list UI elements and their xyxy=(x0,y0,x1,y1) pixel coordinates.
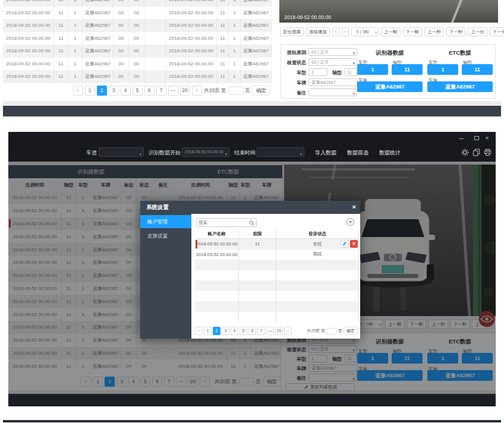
account-row[interactable] xyxy=(195,260,359,270)
prev-second-button[interactable]: 上一秒 xyxy=(424,27,444,36)
dialog-close-button[interactable]: × xyxy=(352,203,356,210)
table-row[interactable]: 2018-09-52 00.00.00111蓝豫A6296700002018-0… xyxy=(3,70,272,83)
table-cell: 1 xyxy=(68,58,83,71)
plate-input[interactable]: 蓝豫A62967 xyxy=(308,78,357,86)
restore-button[interactable] xyxy=(474,136,479,140)
table-cell: 11 xyxy=(217,45,229,58)
menu-item-skin-settings[interactable]: 皮肤设置 xyxy=(140,229,191,242)
axle-type-input[interactable]: 11 xyxy=(344,68,357,76)
page-button[interactable]: 6 xyxy=(144,86,155,96)
page-button[interactable]: 1 xyxy=(204,327,212,335)
import-data-button[interactable]: 导入数据 xyxy=(315,149,336,157)
end-time-select[interactable]: ▾ xyxy=(257,147,304,157)
account-row[interactable]: 2018-09-52 00.00.00离线 xyxy=(195,250,359,260)
page-ellipsis-button[interactable]: — xyxy=(266,327,274,335)
frame-rate-select[interactable]: 5 | 5帧▾ xyxy=(351,27,379,36)
account-row[interactable]: 2018-09-52 00.00.0011在线× xyxy=(195,239,359,250)
page-jump-input[interactable] xyxy=(326,328,337,334)
table-cell: 蓝豫A62967 xyxy=(241,45,272,58)
next-minute-button[interactable]: 下一分 xyxy=(490,27,504,36)
page-button[interactable]: 5 xyxy=(133,86,143,96)
page-prev-button[interactable]: < xyxy=(195,327,203,335)
page-button[interactable]: 6 xyxy=(248,327,256,335)
step-forward-button[interactable]: » xyxy=(342,27,349,36)
etc-axle-type-value: 11 xyxy=(462,64,493,75)
menu-item-account-management[interactable]: 账户管理 xyxy=(140,215,191,228)
system-settings-dialog: 系统设置 × 账户管理 皮肤设置 + 账户名称权限登录状态 2018-09-52… xyxy=(140,201,360,339)
titlebar: × 车道 ▾ 识别数据开始 2018-09-52 00.00.00▾ 结束时间 … xyxy=(8,132,496,162)
settings-gear-icon[interactable] xyxy=(461,148,469,156)
note-row: 备注 ▾ xyxy=(285,89,356,97)
capture-reason-select[interactable]: 00 | 正常▾ xyxy=(308,48,357,56)
table-row[interactable]: 2018-09-52 00.00.00111蓝豫A6296700002018-0… xyxy=(3,32,272,45)
dialog-titlebar: 系统设置 × xyxy=(140,201,360,214)
table-row[interactable]: 2018-09-52 00.00.00111蓝豫A6296700002018-0… xyxy=(3,7,272,20)
page-button[interactable]: 7 xyxy=(257,327,265,335)
locate-video-button[interactable]: 定位视频 xyxy=(280,27,304,36)
note-select[interactable]: ▾ xyxy=(308,89,357,96)
page-button[interactable]: 4 xyxy=(231,327,238,335)
page-confirm-button[interactable]: 确定 xyxy=(344,327,358,335)
page-confirm-button[interactable]: 确定 xyxy=(252,86,270,96)
lane-select[interactable]: ▾ xyxy=(99,147,144,157)
prev-frame-button[interactable]: 上一帧 xyxy=(381,27,401,36)
table-cell xyxy=(144,58,166,71)
table-cell: 2018-09-52 00.00.00 xyxy=(166,45,217,58)
print-icon[interactable] xyxy=(484,148,492,156)
page-button[interactable]: 20 xyxy=(275,327,283,335)
account-row[interactable] xyxy=(195,301,359,312)
delete-account-button[interactable]: × xyxy=(350,240,358,248)
page-button[interactable]: 20 xyxy=(180,86,190,96)
page-button[interactable]: 1 xyxy=(85,86,95,96)
page-button[interactable]: 7 xyxy=(156,86,166,96)
video-frame[interactable]: 2018-09-52 00.00.00 xyxy=(279,0,498,23)
table-row[interactable]: 2018-09-52 00.00.00111蓝豫A6296700002018-0… xyxy=(3,19,272,32)
table-row[interactable]: 2018-09-52 00.00.00111蓝豫A6296700002018-0… xyxy=(3,58,272,71)
page-button[interactable]: 5 xyxy=(240,327,247,335)
start-time-select[interactable]: 2018-09-52 00.00.00▾ xyxy=(182,147,229,157)
page-button[interactable]: 4 xyxy=(121,86,131,96)
continuous-play-button[interactable]: 连续播放 xyxy=(306,27,330,36)
account-row[interactable] xyxy=(195,312,359,323)
edit-account-button[interactable] xyxy=(341,240,348,248)
chevron-down-icon: ▾ xyxy=(352,90,355,97)
chevron-down-icon: ▾ xyxy=(225,150,227,157)
filter-data-button[interactable]: 数据筛选 xyxy=(347,149,368,157)
search-input[interactable] xyxy=(199,219,247,226)
vehicle-type-input[interactable]: 1 xyxy=(308,68,327,76)
table-cell xyxy=(239,260,276,270)
page-ellipsis-button[interactable]: — xyxy=(168,86,178,96)
add-account-button[interactable]: + xyxy=(346,218,354,226)
close-button[interactable]: × xyxy=(485,134,489,141)
check-status-select[interactable]: 00 | 正常▾ xyxy=(308,58,357,66)
step-backward-button[interactable]: « xyxy=(332,27,339,36)
table-row[interactable]: 2018-09-52 00.00.00111蓝豫A6296700002018-0… xyxy=(3,45,272,58)
account-row[interactable] xyxy=(195,280,359,291)
account-row[interactable] xyxy=(195,270,359,281)
account-row[interactable] xyxy=(195,291,359,302)
page-jump-input[interactable] xyxy=(228,86,244,94)
page-button-active[interactable]: 2 xyxy=(213,327,220,335)
minimize-button[interactable] xyxy=(459,138,464,139)
table-cell xyxy=(239,312,276,323)
next-second-button[interactable]: 下一秒 xyxy=(446,27,466,36)
stats-data-button[interactable]: 数据统计 xyxy=(379,149,401,157)
table-cell xyxy=(195,280,239,291)
copy-data-icon[interactable] xyxy=(472,148,480,156)
chevron-down-icon: ▾ xyxy=(375,29,377,36)
column-header: 账户名称 xyxy=(195,230,239,238)
table-row[interactable]: 2018-09-52 00.00.00111蓝豫A6296700002018-0… xyxy=(3,0,272,7)
next-frame-button[interactable]: 下一帧 xyxy=(403,27,423,36)
page-next-button[interactable]: > xyxy=(284,327,292,335)
page-prev-button[interactable]: < xyxy=(73,86,83,96)
table-cell: 蓝豫A62967 xyxy=(241,7,272,20)
page-button-active[interactable]: 2 xyxy=(97,86,107,96)
table-cell: 蓝豫A62967 xyxy=(241,19,272,32)
page-next-button[interactable]: > xyxy=(192,86,202,96)
prev-minute-button[interactable]: 上一分 xyxy=(468,27,487,36)
table-cell xyxy=(195,291,239,302)
page-button[interactable]: 3 xyxy=(109,86,119,96)
type-axle-row: 车型 1 轴型 11 xyxy=(285,68,356,77)
capture-reason-row: 抓拍原因 00 | 正常▾ xyxy=(285,48,356,56)
page-button[interactable]: 3 xyxy=(222,327,229,335)
